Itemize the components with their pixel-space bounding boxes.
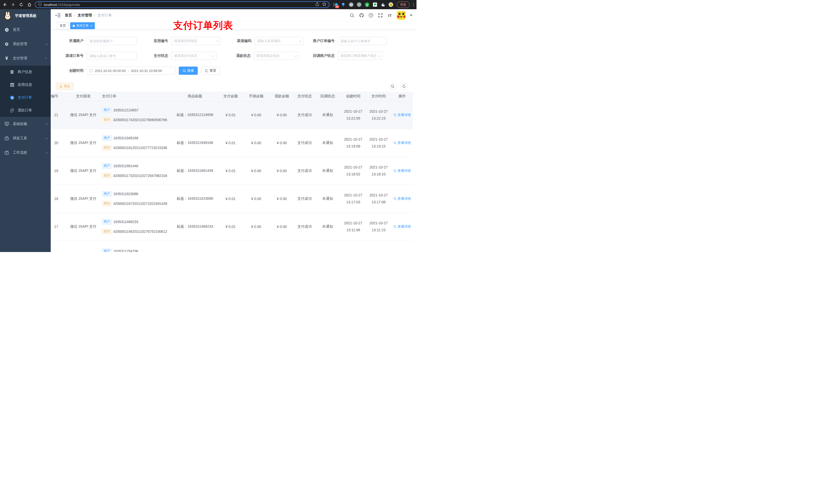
y-extension-icon[interactable]: y	[365, 2, 370, 7]
filter-form: 所属商户 应用编号 请选择应用信息 渠道编码 请输入渠道编码 商户订单编号 渠道…	[51, 30, 416, 75]
back-icon[interactable]	[2, 2, 8, 7]
close-icon[interactable]: ×	[90, 24, 92, 28]
table-row[interactable]: 商户1635311254796	[51, 241, 413, 252]
show-search-button[interactable]	[389, 83, 396, 90]
search-button[interactable]: 搜索	[179, 67, 198, 75]
command-extension-icon[interactable]	[349, 2, 354, 7]
channel-code-select[interactable]: 请输入渠道编码	[254, 37, 304, 45]
help-icon[interactable]: ?	[368, 13, 374, 18]
sidebar-item-workflow[interactable]: 工作流程	[0, 145, 51, 160]
hamburger-icon[interactable]	[55, 13, 61, 18]
merchant-input[interactable]	[87, 37, 137, 45]
reload-icon[interactable]	[19, 2, 24, 7]
navbar-actions: ? tT	[349, 11, 412, 20]
chevron-down-icon	[294, 54, 297, 57]
sidebar-item-dev-tools[interactable]: 研发工具	[0, 131, 51, 145]
fullscreen-icon[interactable]	[378, 13, 383, 18]
sidebar-item-infra[interactable]: 基础设施	[0, 117, 51, 131]
refund-status-select[interactable]: 请选择退款状态	[254, 52, 299, 60]
sidebar-item-merchant-info[interactable]: 商户信息	[0, 66, 51, 78]
home-icon[interactable]	[27, 2, 32, 7]
diamond-extension-icon[interactable]: 10	[333, 2, 338, 7]
browser-chrome: localhost:1024/pay/order 10 y	[0, 0, 416, 9]
callback-status-select[interactable]: 请选择订单回调商户状态	[338, 52, 382, 60]
chevron-down-icon	[299, 39, 302, 42]
chevron-down-icon	[216, 39, 219, 42]
table-toolbar: 导出	[51, 83, 416, 90]
tag-pay-order[interactable]: 支付订单 ×	[70, 22, 95, 29]
table-header: 编号 支付渠道 支付订单 商品标题 支付金额 手续金额 退款金额 支付状态 回调…	[51, 92, 413, 101]
sidebar-item-system[interactable]: 系统管理	[0, 37, 51, 51]
github-icon[interactable]	[359, 13, 364, 18]
dashboard-icon	[4, 27, 9, 32]
sidebar: 芋道管理系统 首页 系统管理 ¥ 支付管理	[0, 9, 51, 252]
pay-tag: 支付	[102, 145, 112, 150]
yen-icon: ¥	[4, 56, 9, 61]
view-detail-link[interactable]: 查看详情	[394, 141, 411, 145]
merchant-tag: 商户	[102, 135, 112, 141]
puzzle-extension-icon[interactable]	[381, 2, 385, 7]
yen-circle-icon: ¥	[10, 95, 14, 100]
merchant-order-label: 商户订单编号	[304, 39, 338, 43]
merchant-tag: 商户	[102, 248, 112, 252]
tag-home[interactable]: 首页	[57, 22, 68, 29]
view-detail-link[interactable]: 查看详情	[394, 113, 411, 117]
sidebar-logo[interactable]: 芋道管理系统	[0, 9, 51, 23]
breadcrumb-pay[interactable]: 支付管理	[78, 13, 92, 18]
toolbox-icon	[4, 136, 9, 141]
sidebar-item-refund-order[interactable]: 退款订单	[0, 104, 51, 117]
date-end[interactable]: 2021-10-31 23:59:59	[131, 69, 162, 73]
chevron-down-icon	[212, 54, 214, 57]
url-bar[interactable]: localhost:1024/pay/order	[35, 1, 329, 8]
merchant-order-input[interactable]	[338, 37, 387, 45]
url-text[interactable]: localhost:1024/pay/order	[44, 3, 315, 7]
font-size-icon[interactable]: tT	[387, 13, 392, 18]
channel-order-input[interactable]	[87, 52, 137, 60]
browser-menu-icon[interactable]: ⋮	[412, 2, 415, 7]
table-row[interactable]: 20 微信 JSAPI 支付 商户1635311949168 支付4200001…	[51, 129, 413, 157]
date-start[interactable]: 2021-10-01 00:00:00	[95, 69, 126, 73]
balloon-extension-icon[interactable]	[341, 2, 346, 7]
svg-text:¥: ¥	[11, 96, 13, 99]
forward-icon[interactable]	[10, 2, 16, 7]
avatar-caret-icon[interactable]	[410, 15, 412, 18]
app-select[interactable]: 请选择应用信息	[171, 37, 221, 45]
chevron-down-icon	[45, 137, 48, 139]
view-detail-link[interactable]: 查看详情	[394, 224, 411, 229]
share-icon[interactable]	[315, 2, 319, 7]
date-range-picker[interactable]: 2021-10-01 00:00:00 - 2021-10-31 23:59:5…	[87, 67, 175, 75]
pay-submenu: 商户信息 应用信息 ¥ 支付订单	[0, 66, 51, 117]
view-detail-link[interactable]: 查看详情	[394, 169, 411, 173]
pay-tag: 支付	[102, 173, 112, 178]
pay-status-select[interactable]: 请选择支付状态	[171, 52, 216, 60]
channel-order-label: 渠道订单号	[51, 53, 87, 58]
app-label: 应用编号	[137, 39, 171, 43]
browser-nav	[2, 2, 32, 7]
sidebar-item-pay[interactable]: ¥ 支付管理	[0, 51, 51, 66]
table-row[interactable]: 17 微信 JSAPI 支付 商户1635311468233 支付4200001…	[51, 213, 413, 241]
breadcrumb-home[interactable]: 首页	[65, 13, 72, 18]
table-row[interactable]: 19 微信 JSAPI 支付 商户1635311881440 支付4200001…	[51, 157, 413, 185]
reset-button[interactable]: 重置	[201, 67, 220, 75]
chat-extension-icon[interactable]	[373, 2, 377, 7]
search-icon[interactable]	[349, 13, 355, 18]
sidebar-item-home[interactable]: 首页	[0, 23, 51, 37]
table-row[interactable]: 21 微信 JSAPI 支付 商户1635312124657 支付4200001…	[51, 101, 413, 129]
sidebar-item-app-info[interactable]: 应用信息	[0, 78, 51, 91]
refresh-button[interactable]	[401, 83, 408, 90]
info-icon[interactable]	[38, 2, 42, 7]
dot-extension-icon[interactable]	[357, 2, 361, 7]
emoji-extension-icon[interactable]	[388, 2, 393, 7]
export-button[interactable]: 导出	[56, 83, 73, 90]
merchant-label: 所属商户	[51, 39, 87, 43]
sidebar-item-pay-order[interactable]: ¥ 支付订单	[0, 91, 51, 104]
merchant-tag: 商户	[102, 219, 112, 224]
star-icon[interactable]	[322, 2, 326, 7]
update-button[interactable]: 更新	[397, 2, 410, 8]
orders-table: 编号 支付渠道 支付订单 商品标题 支付金额 手续金额 退款金额 支付状态 回调…	[51, 92, 416, 252]
user-avatar[interactable]	[397, 11, 405, 20]
navbar: 首页 / 支付管理 / 支付订单 支付订单列表 ? tT	[51, 9, 416, 22]
table-row[interactable]: 18 微信 JSAPI 支付 商户1635311823086 支付4200001…	[51, 185, 413, 213]
create-time-label: 创建时间	[51, 68, 87, 73]
view-detail-link[interactable]: 查看详情	[394, 196, 411, 201]
